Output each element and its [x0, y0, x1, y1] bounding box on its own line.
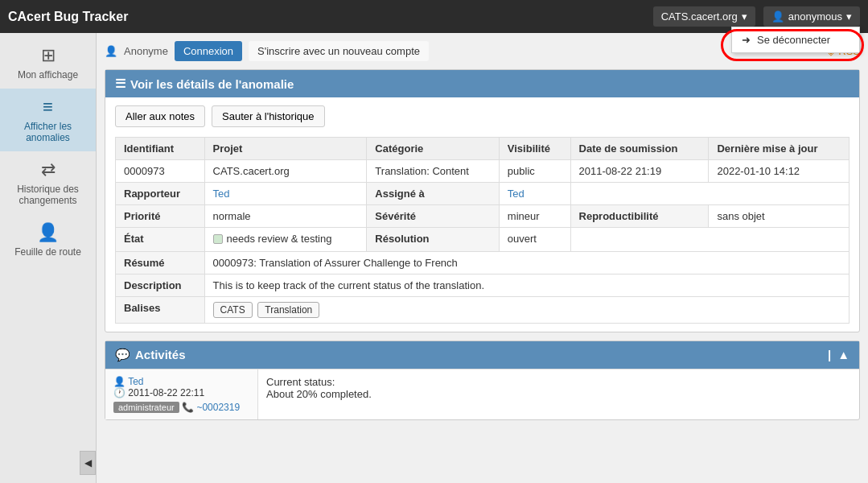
sidebar-label-mon-affichage: Mon affichage	[18, 69, 78, 80]
user-label: anonymous	[788, 10, 842, 23]
instance-label: CATS.cacert.org	[661, 10, 738, 23]
assigne-link[interactable]: Ted	[508, 188, 525, 200]
tag-translation[interactable]: Translation	[257, 302, 319, 318]
panel-body: Aller aux notes Sauter à l'historique Id…	[105, 97, 859, 332]
instance-dropdown-container: CATS.cacert.org ▾	[653, 6, 755, 27]
sidebar-label-feuille-route: Feuille de route	[14, 246, 81, 258]
resolution-value: ouvert	[499, 228, 570, 252]
col-date-soumission: Date de soumission	[570, 138, 709, 160]
panel-header: ☰ Voir les détails de l'anomalie	[105, 70, 859, 97]
connexion-button[interactable]: Connexion	[175, 41, 242, 61]
user-dropdown[interactable]: 👤 anonymous ▾	[763, 6, 860, 27]
col-projet: Projet	[204, 138, 367, 160]
priorite-label: Priorité	[116, 205, 205, 228]
goto-notes-button[interactable]: Aller aux notes	[115, 105, 205, 127]
panel-title: Voir les détails de l'anomalie	[130, 77, 294, 91]
rapporteur-value: Ted	[204, 183, 367, 205]
resume-label: Résumé	[116, 251, 205, 274]
assigne-label: Assigné à	[367, 183, 499, 205]
logout-label: Se déconnecter	[757, 34, 830, 46]
cell-identifiant: 0000973	[116, 160, 205, 183]
button-bar: Aller aux notes Sauter à l'historique	[115, 105, 849, 127]
sidebar-collapse-button[interactable]: ◀	[80, 451, 96, 475]
table-row-etat: État needs review & testing Résolution o…	[116, 228, 849, 252]
severite-value: mineur	[499, 205, 570, 228]
collapse-activities-icon[interactable]: ▲	[837, 348, 849, 361]
description-label: Description	[116, 274, 205, 296]
reproductibilite-label: Reproductibilité	[570, 205, 709, 228]
cell-projet: CATS.cacert.org	[204, 160, 367, 183]
etat-value: needs review & testing	[204, 228, 367, 252]
severite-label: Sévérité	[367, 205, 499, 228]
collapse-icon: ◀	[84, 457, 92, 469]
pipe-separator: |	[828, 348, 831, 361]
cell-categorie: Translation: Content	[367, 160, 499, 183]
assigne-value: Ted	[499, 183, 570, 205]
sidebar-item-afficher-anomalies[interactable]: ≡ Afficher les anomalies	[0, 89, 96, 151]
chat-icon: 💬	[115, 348, 130, 362]
table-row-balises: Balises CATS Translation	[116, 296, 849, 323]
goto-history-button[interactable]: Sauter à l'historique	[212, 105, 325, 127]
activity-date: 2011-08-22 22:11	[128, 387, 204, 398]
reproductibilite-value: sans objet	[709, 205, 849, 228]
user-small-icon: 👤	[113, 376, 125, 387]
resolution-label: Résolution	[367, 228, 499, 252]
col-derniere-maj: Dernière mise à jour	[709, 138, 849, 160]
etat-text: needs review & testing	[227, 233, 332, 245]
app-brand: CAcert Bug Tracker	[8, 10, 653, 24]
sidebar-item-mon-affichage[interactable]: ⊞ Mon affichage	[0, 37, 96, 89]
cell-derniere-maj: 2022-01-10 14:12	[709, 160, 849, 183]
cell-date-soumission: 2011-08-22 21:19	[570, 160, 709, 183]
table-row-priorite: Priorité normale Sévérité mineur Reprodu…	[116, 205, 849, 228]
sidebar-item-historique[interactable]: ⇄ Historique des changements	[0, 151, 96, 214]
phone-icon: 📞	[182, 402, 194, 413]
table-row-rapporteur: Rapporteur Ted Assigné à Ted	[116, 183, 849, 205]
register-button[interactable]: S'inscrire avec un nouveau compte	[249, 41, 429, 61]
chevron-down-icon: ▾	[742, 10, 747, 23]
priorite-value: normale	[204, 205, 367, 228]
col-visibilite: Visibilité	[499, 138, 570, 160]
activities-title: Activités	[135, 348, 186, 361]
logout-menu-item[interactable]: ➜ Se déconnecter	[732, 27, 859, 52]
user-dropdown-container: 👤 anonymous ▾ ➜ Se déconnecter	[763, 6, 860, 27]
activity-entry: 👤 Ted 🕐 2011-08-22 22:11 administrateur …	[105, 369, 859, 419]
resume-value: 0000973: Translation of Assurer Challeng…	[204, 251, 849, 274]
cell-visibilite: public	[499, 160, 570, 183]
hamburger-icon: ☰	[115, 76, 125, 91]
activity-content: Current status: About 20% completed.	[258, 369, 859, 419]
anon-label: Anonyme	[124, 45, 168, 57]
status-badge: needs review & testing	[213, 233, 332, 245]
main-content: 👤 Anonyme Connexion S'inscrire avec un n…	[97, 33, 868, 483]
activities-panel-header: 💬 Activités | ▲	[105, 341, 859, 369]
instance-dropdown[interactable]: CATS.cacert.org ▾	[653, 6, 755, 27]
rapporteur-label: Rapporteur	[116, 183, 205, 205]
role-badge: administrateur	[113, 402, 179, 413]
activity-line1: Current status:	[266, 376, 851, 388]
etat-label: État	[116, 228, 205, 252]
user-dropdown-menu: ➜ Se déconnecter	[731, 27, 860, 53]
history-icon: ⇄	[41, 159, 56, 180]
details-panel: ☰ Voir les détails de l'anomalie Aller a…	[105, 69, 860, 332]
activity-ref-link[interactable]: ~0002319	[196, 402, 240, 413]
balises-label: Balises	[116, 296, 205, 323]
user-icon: 👤	[771, 10, 784, 23]
roadmap-icon: 👤	[37, 222, 59, 243]
activity-user-link[interactable]: Ted	[128, 376, 143, 387]
navbar-right: CATS.cacert.org ▾ 👤 anonymous ▾ ➜ Se déc…	[653, 6, 860, 27]
rapporteur-link[interactable]: Ted	[213, 188, 230, 200]
signout-icon: ➜	[742, 34, 751, 46]
activities-panel: 💬 Activités | ▲ 👤 Ted 🕐 2011-	[105, 341, 860, 420]
sidebar-label-historique: Historique des changements	[4, 184, 92, 206]
col-identifiant: Identifiant	[116, 138, 205, 160]
list-icon: ≡	[43, 97, 53, 118]
col-categorie: Catégorie	[367, 138, 499, 160]
chevron-down-icon: ▾	[846, 10, 852, 23]
activity-line2: About 20% completed.	[266, 388, 851, 400]
tag-cats[interactable]: CATS	[213, 302, 253, 318]
activity-user-col: 👤 Ted 🕐 2011-08-22 22:11 administrateur …	[105, 369, 258, 419]
status-dot	[213, 234, 223, 244]
sidebar-item-feuille-route[interactable]: 👤 Feuille de route	[0, 214, 96, 266]
sidebar: ⊞ Mon affichage ≡ Afficher les anomalies…	[0, 33, 97, 483]
clock-icon: 🕐	[113, 387, 125, 398]
description-value: This is to keep track of the current sta…	[204, 274, 849, 296]
